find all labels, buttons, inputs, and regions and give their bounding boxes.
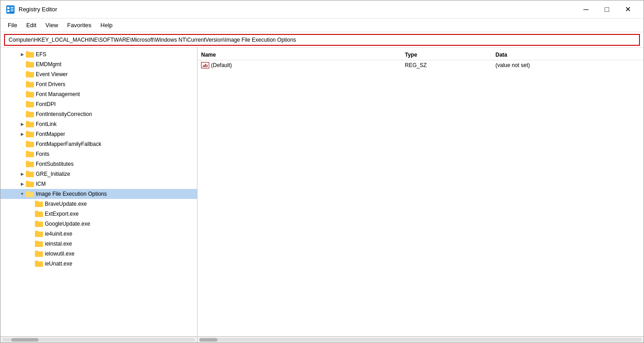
expand-spacer-googleupdate	[28, 220, 35, 227]
tree-label-extexport: ExtExport.exe	[45, 211, 79, 217]
tree-item-braveupdate[interactable]: BraveUpdate.exe	[0, 199, 197, 209]
folder-icon-fontlink	[26, 121, 34, 127]
tree-label-fontintensitycorrection: FontIntensityCorrection	[36, 111, 92, 117]
folder-icon-ieinstal	[35, 241, 43, 247]
expand-spacer-fontintensitycorrection	[19, 111, 26, 118]
tree-pane[interactable]: ▶ EFS EMDMgmt Event Viewer	[0, 48, 197, 336]
main-content: ▶ EFS EMDMgmt Event Viewer	[0, 48, 644, 336]
col-header-name: Name	[201, 52, 405, 58]
tree-item-emdmgmt[interactable]: EMDMgmt	[0, 59, 197, 69]
tree-label-ifeo: Image File Execution Options	[36, 191, 107, 197]
menu-file[interactable]: File	[4, 20, 21, 30]
detail-scrollbar-thumb	[199, 338, 217, 342]
folder-icon-ieunatt	[35, 261, 43, 267]
folder-icon-ie4uinit	[35, 231, 43, 237]
tree-item-ieunatt[interactable]: ieUnatt.exe	[0, 259, 197, 269]
expand-icon-fontmapper: ▶	[19, 130, 26, 138]
tree-item-fontintensitycorrection[interactable]: FontIntensityCorrection	[0, 109, 197, 119]
tree-label-fontsubstitutes: FontSubstitutes	[36, 161, 73, 167]
detail-row-default[interactable]: ab (Default) REG_SZ (value not set)	[197, 60, 644, 70]
tree-item-fonts[interactable]: Fonts	[0, 149, 197, 159]
tree-label-emdmgmt: EMDMgmt	[36, 61, 62, 68]
tree-label-fontlink: FontLink	[36, 121, 57, 127]
expand-icon-gre-initialize: ▶	[19, 170, 26, 178]
svg-rect-4	[10, 9, 14, 10]
expand-icon-ifeo: ▼	[19, 190, 26, 198]
window-title: Registry Editor	[19, 6, 57, 13]
tree-item-ielowutil[interactable]: ielowutil.exe	[0, 249, 197, 259]
expand-spacer-fontsubstitutes	[19, 160, 26, 168]
folder-icon-fontintensitycorrection	[26, 111, 34, 117]
tree-item-font-management[interactable]: Font Management	[0, 89, 197, 99]
address-input[interactable]	[4, 34, 640, 46]
tree-label-fonts: Fonts	[36, 151, 49, 157]
svg-rect-1	[7, 7, 10, 9]
col-header-data: Data	[495, 52, 640, 58]
menu-view[interactable]: View	[42, 20, 62, 30]
folder-icon-fontmapperfamilyfallback	[26, 141, 34, 147]
folder-icon-gre-initialize	[26, 171, 34, 177]
expand-spacer-fontmapperfamilyfallback	[19, 140, 26, 148]
expand-spacer-font-management	[19, 91, 26, 98]
detail-data-value: (value not set)	[495, 62, 640, 68]
tree-label-fontmapperfamilyfallback: FontMapperFamilyFallback	[36, 141, 101, 147]
menu-bar: File Edit View Favorites Help	[0, 19, 644, 32]
folder-icon-extexport	[35, 211, 43, 217]
folder-icon-ielowutil	[35, 251, 43, 257]
tree-item-fontsubstitutes[interactable]: FontSubstitutes	[0, 159, 197, 169]
title-bar-left: Registry Editor	[6, 5, 57, 14]
detail-type-value: REG_SZ	[405, 62, 495, 68]
expand-spacer-braveupdate	[28, 200, 35, 208]
tree-label-braveupdate: BraveUpdate.exe	[45, 201, 87, 207]
svg-rect-5	[10, 10, 14, 11]
expand-spacer-ieunatt	[28, 260, 35, 267]
detail-name-label: (Default)	[211, 62, 232, 68]
menu-help[interactable]: Help	[97, 20, 116, 30]
tree-item-ie4uinit[interactable]: ie4uinit.exe	[0, 229, 197, 239]
tree-item-googleupdate[interactable]: GoogleUpdate.exe	[0, 219, 197, 229]
tree-item-event-viewer[interactable]: Event Viewer	[0, 69, 197, 79]
menu-edit[interactable]: Edit	[23, 20, 40, 30]
folder-icon-ifeo	[26, 191, 34, 197]
tree-item-gre-initialize[interactable]: ▶ GRE_Initialize	[0, 169, 197, 179]
tree-item-fontmapper[interactable]: ▶ FontMapper	[0, 129, 197, 139]
tree-item-efs[interactable]: ▶ EFS	[0, 49, 197, 59]
expand-icon-icm: ▶	[19, 180, 26, 188]
tree-label-ieunatt: ieUnatt.exe	[45, 261, 72, 267]
close-button[interactable]: ✕	[617, 2, 638, 17]
expand-spacer-emdmgmt	[19, 61, 26, 68]
folder-icon-fontsubstitutes	[26, 161, 34, 167]
tree-item-fontmapperfamilyfallback[interactable]: FontMapperFamilyFallback	[0, 139, 197, 149]
tree-item-icm[interactable]: ▶ ICM	[0, 179, 197, 189]
svg-rect-2	[7, 10, 10, 12]
tree-scrollbar[interactable]	[0, 337, 197, 343]
reg-sz-icon: ab	[201, 62, 209, 68]
tree-label-ielowutil: ielowutil.exe	[45, 251, 74, 257]
minimize-button[interactable]: ─	[576, 2, 596, 17]
tree-item-font-drivers[interactable]: Font Drivers	[0, 79, 197, 89]
tree-item-image-file-execution-options[interactable]: ▼ Image File Execution Options	[0, 189, 197, 199]
expand-spacer-extexport	[28, 210, 35, 217]
tree-item-fontdpi[interactable]: FontDPI	[0, 99, 197, 109]
folder-icon-fontmapper	[26, 131, 34, 137]
detail-scrollbar[interactable]	[197, 337, 644, 343]
folder-icon-fontdpi	[26, 101, 34, 107]
title-controls: ─ □ ✕	[576, 2, 638, 17]
expand-spacer-ielowutil	[28, 250, 35, 257]
maximize-button[interactable]: □	[596, 2, 617, 17]
address-bar	[0, 32, 644, 48]
menu-favorites[interactable]: Favorites	[63, 20, 95, 30]
folder-icon-icm	[26, 181, 34, 187]
tree-item-ieinstal[interactable]: ieinstal.exe	[0, 239, 197, 249]
tree-item-extexport[interactable]: ExtExport.exe	[0, 209, 197, 219]
tree-label-ieinstal: ieinstal.exe	[45, 241, 72, 247]
expand-spacer-fonts	[19, 150, 26, 158]
expand-spacer-font-drivers	[19, 81, 26, 88]
tree-item-fontlink[interactable]: ▶ FontLink	[0, 119, 197, 129]
col-header-type: Type	[405, 52, 495, 58]
detail-header: Name Type Data	[197, 49, 644, 60]
tree-label-gre-initialize: GRE_Initialize	[36, 171, 70, 177]
expand-icon-fontlink: ▶	[19, 121, 26, 128]
tree-scrollbar-thumb	[11, 338, 38, 342]
folder-icon-event-viewer	[26, 71, 34, 77]
